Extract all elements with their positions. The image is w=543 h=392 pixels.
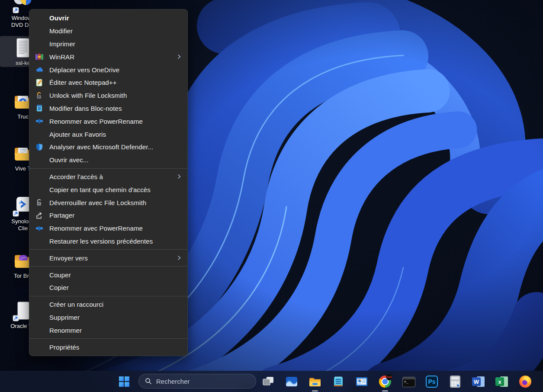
chevron-right-icon — [177, 173, 181, 180]
menu-item-label: Renommer — [49, 327, 82, 334]
menu-item-label: Copier — [49, 284, 69, 291]
context-menu-item-deverrouiller-file-locksmith[interactable]: Déverrouiller avec File Locksmith — [29, 196, 187, 209]
menu-separator — [29, 168, 187, 169]
chevron-right-icon — [177, 254, 181, 262]
context-menu-item-proprietes[interactable]: Propriétés — [29, 341, 187, 353]
desktop-icon-label: Truc — [17, 113, 29, 120]
menu-item-label: Couper — [49, 271, 71, 279]
padlock-orange-icon — [35, 91, 44, 100]
running-indicator — [312, 390, 318, 392]
menu-item-label: Éditer avec Notepad++ — [49, 79, 117, 86]
context-menu-item-accorder-acces[interactable]: Accorder l'accès à — [29, 170, 187, 183]
taskbar-app-file-explorer[interactable] — [308, 374, 322, 389]
menu-item-label: Ouvrir avec... — [49, 156, 89, 164]
menu-separator — [29, 249, 187, 250]
context-menu-item-creer-raccourci[interactable]: Créer un raccourci — [29, 298, 187, 311]
winrar-icon — [35, 52, 44, 61]
menu-item-label: Accorder l'accès à — [49, 173, 103, 180]
taskbar-app-firefox[interactable] — [518, 374, 533, 389]
context-menu-item-editer-notepadpp[interactable]: Éditer avec Notepad++ — [29, 76, 187, 89]
defender-icon — [35, 143, 44, 151]
powerrename-icon — [35, 117, 44, 125]
control-panel-icon — [355, 375, 368, 388]
blank-icon — [35, 326, 44, 334]
context-menu-item-modifier-bloc-notes[interactable]: Modifier dans Bloc-notes — [29, 102, 187, 115]
menu-item-label: Créer un raccourci — [49, 301, 103, 308]
menu-separator — [29, 266, 187, 267]
running-indicator — [382, 390, 388, 392]
context-menu-item-unlock-file-locksmith[interactable]: Unlock with File Locksmith — [29, 89, 187, 102]
search-placeholder: Rechercher — [156, 378, 190, 385]
windows-logo-icon — [119, 376, 129, 387]
blank-icon — [35, 313, 44, 321]
taskbar-app-terminal[interactable] — [401, 374, 416, 389]
menu-item-label: Déplacer vers OneDrive — [49, 66, 119, 74]
blank-icon — [35, 343, 44, 351]
word-icon: W — [472, 375, 485, 388]
desktop-icon-label: ssl-ke — [16, 60, 30, 67]
menu-item-label: Renommer avec PowerRename — [49, 118, 143, 125]
menu-item-label: Renommer avec PowerRename — [49, 225, 143, 232]
context-menu-item-renommer-powerrename-2[interactable]: Renommer avec PowerRename — [29, 222, 187, 235]
context-menu-item-couper[interactable]: Couper — [29, 268, 187, 281]
menu-item-label: Modifier dans Bloc-notes — [49, 105, 122, 112]
menu-item-label: Unlock with File Locksmith — [49, 92, 127, 99]
taskbar-app-excel[interactable]: x — [495, 374, 509, 389]
menu-item-label: Partager — [49, 212, 74, 219]
taskbar-app-chrome[interactable] — [378, 374, 392, 389]
blank-icon — [35, 254, 44, 262]
desktop-screen: Windows DVD Dovssl-keTrucVive TSynology … — [0, 0, 543, 392]
context-menu-item-envoyer-vers[interactable]: Envoyer vers — [29, 251, 187, 264]
terminal-icon — [402, 375, 415, 388]
context-menu-item-supprimer[interactable]: Supprimer — [29, 311, 187, 324]
context-menu-item-analyser-defender[interactable]: Analyser avec Microsoft Defender... — [29, 141, 187, 154]
menu-item-label: Modifier — [49, 27, 73, 35]
search-icon — [145, 378, 152, 385]
file-context-menu: OuvrirModifierImprimerWinRARDéplacer ver… — [29, 9, 188, 356]
start-button[interactable] — [117, 374, 132, 389]
chrome-icon — [379, 375, 392, 388]
blank-icon — [35, 39, 44, 48]
taskbar-search[interactable]: Rechercher — [138, 374, 256, 389]
padlock-gray-icon — [35, 198, 44, 207]
menu-item-label: WinRAR — [49, 53, 74, 61]
blank-icon — [35, 172, 44, 181]
chevron-right-icon — [177, 53, 181, 61]
taskbar-app-task-view[interactable] — [261, 374, 276, 389]
menu-item-label: Analyser avec Microsoft Defender... — [49, 143, 153, 151]
photos-icon — [285, 375, 298, 388]
calculator-icon — [449, 375, 462, 388]
excel-icon: x — [495, 375, 508, 388]
menu-item-label: Copier en tant que chemin d'accès — [49, 186, 151, 193]
blank-icon — [35, 156, 44, 164]
menu-item-label: Imprimer — [49, 40, 75, 48]
context-menu-item-ajouter-favoris[interactable]: Ajouter aux Favoris — [29, 128, 187, 141]
blank-icon — [35, 14, 44, 22]
context-menu-item-imprimer[interactable]: Imprimer — [29, 38, 187, 51]
context-menu-item-ouvrir[interactable]: Ouvrir — [29, 12, 187, 25]
context-menu-item-renommer-powerrename[interactable]: Renommer avec PowerRename — [29, 115, 187, 128]
context-menu-item-deplacer-onedrive[interactable]: Déplacer vers OneDrive — [29, 63, 187, 76]
taskbar-app-control-panel[interactable] — [354, 374, 369, 389]
context-menu-item-restaurer-versions[interactable]: Restaurer les versions précédentes — [29, 235, 187, 248]
taskbar-app-photos[interactable] — [284, 374, 299, 389]
menu-item-label: Propriétés — [49, 344, 79, 351]
menu-item-label: Ouvrir — [49, 14, 69, 22]
taskbar-app-calculator[interactable] — [448, 374, 463, 389]
taskbar-app-notepad[interactable] — [331, 374, 346, 389]
taskbar-app-photoshop[interactable]: Ps — [424, 374, 439, 389]
blank-icon — [35, 270, 44, 279]
notepad-icon — [332, 375, 345, 388]
blank-icon — [35, 27, 44, 35]
context-menu-item-copier-chemin[interactable]: Copier en tant que chemin d'accès — [29, 183, 187, 196]
menu-item-label: Envoyer vers — [49, 254, 88, 262]
context-menu-item-renommer[interactable]: Renommer — [29, 324, 187, 337]
context-menu-item-modifier[interactable]: Modifier — [29, 25, 187, 38]
context-menu-item-winrar[interactable]: WinRAR — [29, 50, 187, 63]
blank-icon — [35, 237, 44, 245]
taskbar: Rechercher PsWx — [0, 371, 543, 392]
context-menu-item-partager[interactable]: Partager — [29, 209, 187, 222]
context-menu-item-ouvrir-avec[interactable]: Ouvrir avec... — [29, 154, 187, 167]
taskbar-app-word[interactable]: W — [471, 374, 486, 389]
context-menu-item-copier[interactable]: Copier — [29, 281, 187, 294]
